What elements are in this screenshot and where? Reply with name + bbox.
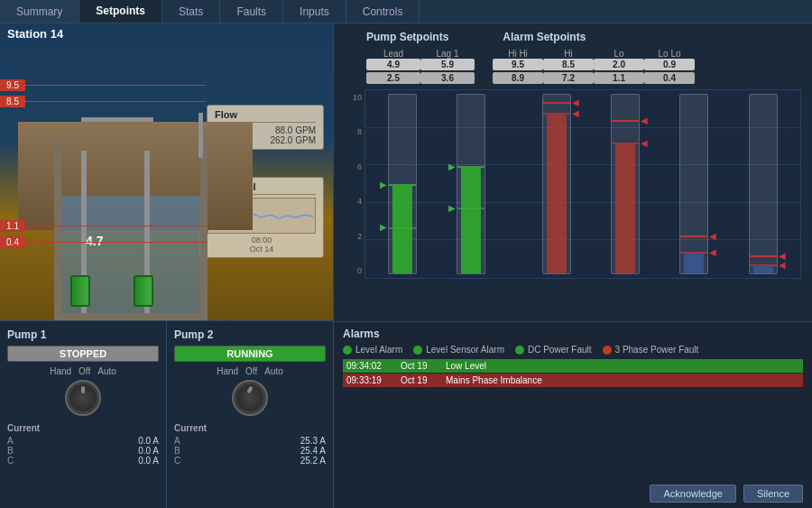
pumps-panel: Pump 1 STOPPED Hand Off Auto Current A	[0, 321, 333, 508]
col-lolo: Lo Lo 0.9 0.4	[644, 49, 695, 86]
col-lead: Lead 4.9 2.5	[366, 49, 420, 86]
bar-lolo: ◀ ◀	[732, 94, 795, 274]
alarms-buttons: Acknowledge Silence	[343, 485, 803, 503]
alarm-row-2: 09:33:19 Oct 19 Mains Phase Imbalance	[343, 374, 803, 387]
legend-level-alarm: Level Alarm	[343, 345, 402, 355]
station-title: Station 14	[0, 23, 333, 44]
legend-dot-3phase	[603, 346, 612, 355]
level-marker-0-4: 0.4	[0, 236, 206, 248]
legend-dot-sensor	[413, 346, 422, 355]
legend-3phase-fault: 3 Phase Power Fault	[603, 345, 699, 355]
alarm-row-1: 09:34:02 Oct 19 Low Level	[343, 359, 803, 373]
alarms-panel: Alarms Level Alarm Level Sensor Alarm DC…	[334, 321, 812, 508]
alarm-legend: Level Alarm Level Sensor Alarm DC Power …	[343, 345, 803, 355]
station-viz: Station 14 9.5 8.5 1.1 0.4	[0, 23, 333, 321]
tab-controls[interactable]: Controls	[346, 0, 420, 23]
tab-stats[interactable]: Stats	[162, 0, 220, 23]
col-hihi: Hi Hi 9.5 8.9	[493, 49, 543, 86]
alarms-title: Alarms	[343, 328, 803, 340]
y-label-8: 8	[345, 127, 364, 136]
level-marker-8-5: 8.5	[0, 96, 206, 107]
legend-dc-fault: DC Power Fault	[515, 345, 592, 355]
pump-1-status: STOPPED	[7, 346, 159, 362]
y-label-4: 4	[345, 197, 364, 206]
bar-lag1: ▶ ▶	[439, 94, 503, 274]
bar-lead: ▶ ▶	[371, 94, 434, 274]
left-panel: Station 14 9.5 8.5 1.1 0.4	[0, 23, 334, 508]
legend-sensor-alarm: Level Sensor Alarm	[413, 345, 504, 355]
bar-lo: ◀ ◀	[662, 94, 725, 274]
pump-1-current: A 0.0 A B 0.0 A C 0.0 A	[7, 436, 159, 466]
col-lag1: Lag 1 5.9 3.6	[420, 49, 475, 86]
pump-2-controls: Hand Off Auto	[174, 366, 326, 376]
tab-inputs[interactable]: Inputs	[283, 0, 346, 23]
y-label-2: 2	[345, 232, 364, 241]
level-marker-9-5: 9.5	[0, 79, 206, 91]
acknowledge-button[interactable]: Acknowledge	[650, 485, 735, 503]
pump-2-status: RUNNING	[174, 346, 326, 362]
pump-1-dial[interactable]	[65, 380, 101, 416]
pump-1-controls: Hand Off Auto	[7, 366, 159, 376]
pump-2-card: Pump 2 RUNNING Hand Off Auto Current A	[167, 321, 333, 508]
right-panel: Pump Setpoints Alarm Setpoints Lead 4.9 …	[334, 23, 812, 508]
y-label-6: 6	[345, 162, 364, 171]
col-lo: Lo 2.0 1.1	[594, 49, 644, 86]
well-outer: 4.7	[36, 86, 235, 320]
y-label-0: 0	[345, 266, 364, 275]
alarm-setpoints-title: Alarm Setpoints	[503, 31, 586, 43]
tab-faults[interactable]: Faults	[220, 0, 283, 23]
col-hi: Hi 8.5 7.2	[543, 49, 594, 86]
tab-setpoints[interactable]: Setpoints	[79, 0, 162, 23]
silence-button[interactable]: Silence	[743, 485, 803, 503]
pump-2-dial[interactable]	[232, 380, 268, 416]
pump-setpoints-title: Pump Setpoints	[366, 31, 448, 43]
setpoints-area: Pump Setpoints Alarm Setpoints Lead 4.9 …	[334, 23, 812, 321]
level-marker-1-1: 1.1	[0, 220, 206, 232]
y-label-10: 10	[345, 93, 364, 102]
bar-hihi: ◀ ◀	[525, 94, 588, 274]
pump-1-card: Pump 1 STOPPED Hand Off Auto Current A	[0, 321, 167, 508]
pump-1-title: Pump 1	[7, 328, 159, 341]
pump-2-current: A 25.3 A B 25.4 A C 25.2 A	[174, 436, 326, 466]
bar-hi: ◀ ◀	[594, 94, 657, 274]
bar-chart-container: 0 2 4 6 8 10	[345, 89, 801, 279]
tab-summary[interactable]: Summary	[0, 0, 79, 23]
top-nav: Summary Setpoints Stats Faults Inputs Co…	[0, 0, 812, 23]
main-layout: Station 14 9.5 8.5 1.1 0.4	[0, 23, 812, 508]
legend-dot-level	[343, 346, 352, 355]
pump-2-title: Pump 2	[174, 328, 326, 341]
legend-dot-dc	[515, 346, 524, 355]
alarm-table: 09:34:02 Oct 19 Low Level 09:33:19 Oct 1…	[343, 359, 803, 480]
